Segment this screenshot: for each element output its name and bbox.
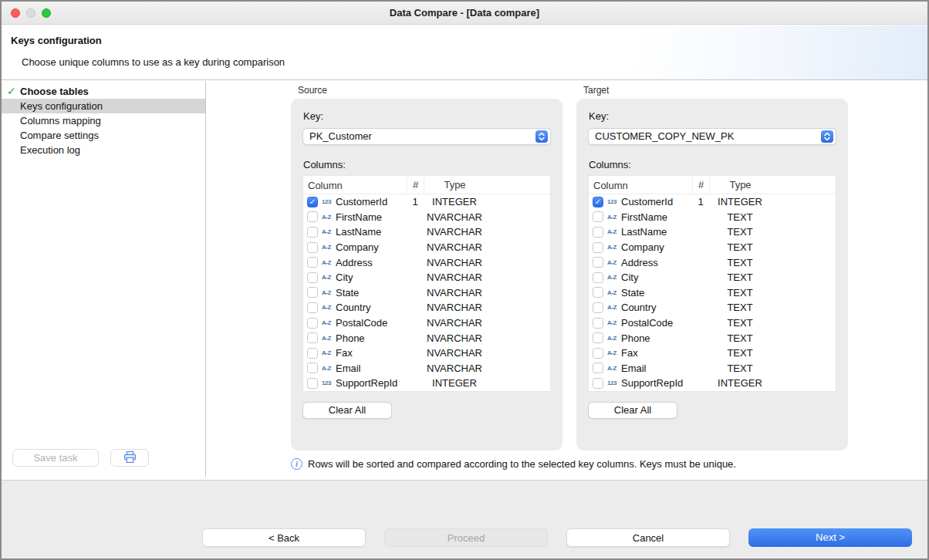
table-row[interactable]: A-ZCountryTEXT <box>589 300 836 315</box>
column-type: TEXT <box>709 241 771 253</box>
row-checkbox[interactable] <box>593 348 603 359</box>
column-type: NVARCHAR <box>424 226 485 238</box>
target-clear-all-button[interactable]: Clear All <box>588 402 677 419</box>
row-checkbox[interactable]: ✓ <box>307 197 318 207</box>
key-order-header: # <box>692 176 709 194</box>
dropdown-stepper-icon <box>535 130 548 143</box>
key-order-header: # <box>407 176 424 194</box>
table-row[interactable]: A-ZCompanyNVARCHAR <box>303 240 550 255</box>
row-checkbox[interactable] <box>593 272 603 283</box>
checkbox-cell <box>303 272 322 283</box>
row-checkbox[interactable] <box>307 332 318 343</box>
table-row[interactable]: A-ZStateNVARCHAR <box>303 285 550 301</box>
column-type: TEXT <box>709 272 771 283</box>
table-row[interactable]: A-ZLastNameNVARCHAR <box>303 224 550 240</box>
table-row[interactable]: A-ZPostalCodeTEXT <box>589 315 836 331</box>
sidebar-item-columns-mapping[interactable]: Columns mapping <box>2 113 205 128</box>
table-row[interactable]: 123SupportRepIdINTEGER <box>303 376 550 391</box>
source-clear-all-button[interactable]: Clear All <box>302 402 392 419</box>
row-checkbox[interactable] <box>307 318 318 329</box>
checkbox-cell <box>589 211 607 222</box>
table-row[interactable]: ✓123CustomerId1INTEGER <box>589 194 836 210</box>
row-checkbox[interactable] <box>307 257 318 268</box>
row-checkbox[interactable] <box>307 287 318 298</box>
table-row[interactable]: A-ZPhoneNVARCHAR <box>303 330 550 346</box>
row-checkbox[interactable] <box>593 332 603 343</box>
column-name: SupportRepId <box>621 377 692 389</box>
table-row[interactable]: A-ZAddressTEXT <box>589 255 836 270</box>
string-type-icon: A-Z <box>607 244 621 251</box>
row-checkbox[interactable] <box>307 227 318 238</box>
column-type: NVARCHAR <box>424 363 485 374</box>
row-checkbox[interactable] <box>593 211 603 222</box>
string-type-icon: A-Z <box>322 349 336 356</box>
target-key-select[interactable]: CUSTOMER_COPY_NEW_PK <box>588 128 836 145</box>
next-button[interactable]: Next > <box>748 528 912 547</box>
table-row[interactable]: A-ZEmailNVARCHAR <box>303 361 550 376</box>
type-header: Type <box>424 176 485 194</box>
save-task-file-button[interactable] <box>110 449 149 467</box>
key-order: 1 <box>407 196 424 207</box>
column-name: PostalCode <box>336 317 407 329</box>
proceed-button[interactable]: Proceed <box>384 528 548 547</box>
target-columns-table: Column # Type ✓123CustomerId1INTEGERA-ZF… <box>588 175 836 392</box>
row-checkbox[interactable] <box>307 363 318 373</box>
table-row[interactable]: A-ZCompanyTEXT <box>589 240 836 255</box>
string-type-icon: A-Z <box>607 349 621 356</box>
row-checkbox[interactable] <box>307 348 318 359</box>
row-checkbox[interactable] <box>593 227 603 238</box>
cancel-button[interactable]: Cancel <box>566 528 730 547</box>
source-key-select[interactable]: PK_Customer <box>302 128 551 145</box>
row-checkbox[interactable] <box>307 302 318 313</box>
row-checkbox[interactable] <box>307 378 318 389</box>
back-button[interactable]: < Back <box>202 528 366 547</box>
string-type-icon: A-Z <box>607 319 621 326</box>
row-checkbox[interactable]: ✓ <box>593 197 603 207</box>
column-type: NVARCHAR <box>424 257 485 268</box>
sidebar-item-execution-log[interactable]: Execution log <box>2 143 205 157</box>
table-row[interactable]: A-ZAddressNVARCHAR <box>303 255 550 270</box>
column-name: FirstName <box>336 211 407 223</box>
save-task-button[interactable]: Save task <box>12 449 99 467</box>
table-row[interactable]: A-ZCountryNVARCHAR <box>303 300 550 315</box>
table-row[interactable]: A-ZCityNVARCHAR <box>303 270 550 285</box>
column-name: City <box>621 272 692 283</box>
column-name: Email <box>336 363 407 374</box>
table-row[interactable]: ✓123CustomerId1INTEGER <box>303 194 550 210</box>
column-type: INTEGER <box>709 377 771 389</box>
column-type: NVARCHAR <box>424 211 485 223</box>
table-row[interactable]: A-ZFaxTEXT <box>589 346 836 361</box>
row-checkbox[interactable] <box>593 378 603 389</box>
target-panel: Target Key: CUSTOMER_COPY_NEW_PK Columns… <box>576 85 848 450</box>
string-type-icon: A-Z <box>607 365 621 372</box>
table-row[interactable]: A-ZStateTEXT <box>589 285 836 301</box>
table-row[interactable]: A-ZEmailTEXT <box>589 361 836 376</box>
row-checkbox[interactable] <box>307 211 318 222</box>
row-checkbox[interactable] <box>593 287 603 298</box>
checkbox-cell <box>303 242 322 253</box>
table-row[interactable]: A-ZFaxNVARCHAR <box>303 346 550 361</box>
row-checkbox[interactable] <box>593 363 603 373</box>
check-icon: ✓ <box>7 84 16 99</box>
button-bar: < Back Proceed Cancel Next > <box>2 480 927 560</box>
row-checkbox[interactable] <box>307 272 318 283</box>
table-row[interactable]: A-ZFirstNameNVARCHAR <box>303 210 550 225</box>
table-row[interactable]: A-ZPostalCodeNVARCHAR <box>303 315 550 331</box>
sidebar-item-keys-configuration[interactable]: Keys configuration <box>2 99 205 113</box>
string-type-icon: A-Z <box>322 228 336 235</box>
checkbox-cell <box>303 257 322 268</box>
row-checkbox[interactable] <box>593 242 603 253</box>
row-checkbox[interactable] <box>593 318 603 329</box>
row-checkbox[interactable] <box>593 257 603 268</box>
column-name: Email <box>621 363 692 374</box>
table-row[interactable]: A-ZCityTEXT <box>589 270 836 285</box>
checkbox-cell <box>589 378 607 389</box>
table-row[interactable]: 123SupportRepIdINTEGER <box>589 376 836 391</box>
row-checkbox[interactable] <box>593 302 603 313</box>
table-row[interactable]: A-ZPhoneTEXT <box>589 330 836 346</box>
row-checkbox[interactable] <box>307 242 318 253</box>
sidebar-item-choose-tables[interactable]: ✓Choose tables <box>2 84 205 99</box>
table-row[interactable]: A-ZFirstNameTEXT <box>589 210 836 225</box>
sidebar-item-compare-settings[interactable]: Compare settings <box>2 128 205 143</box>
table-row[interactable]: A-ZLastNameTEXT <box>589 224 836 240</box>
